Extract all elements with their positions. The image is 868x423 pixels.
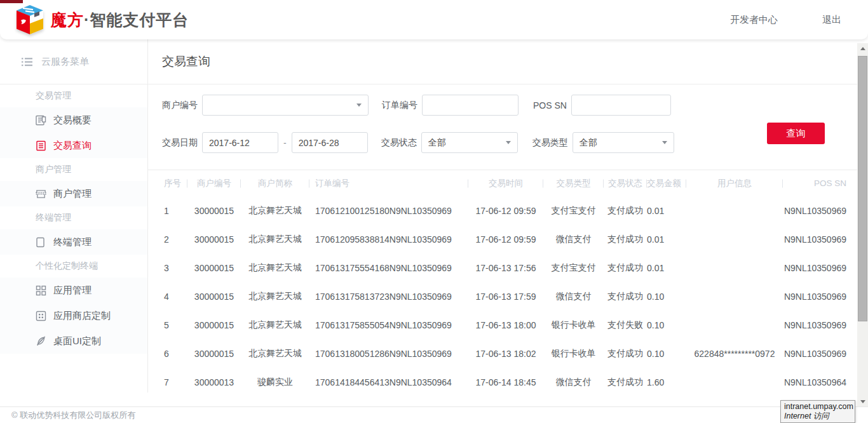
table-cell: N9NL10350964	[783, 368, 846, 396]
merchant-no-select[interactable]	[202, 95, 369, 116]
column-header: 订单编号	[309, 170, 468, 196]
table-cell: 北京舞艺天城	[241, 225, 309, 253]
sidebar-item-doc-list[interactable]: 交易查询	[0, 133, 147, 158]
sidebar-item-terminal[interactable]: 终端管理	[0, 229, 147, 255]
table-cell	[686, 225, 783, 253]
table-cell: 0.01	[647, 196, 686, 225]
column-header: 交易金额	[647, 170, 686, 196]
sidebar-item-label: 商户管理	[53, 188, 92, 200]
table-cell: 支付成功	[604, 368, 647, 396]
column-header: POS SN	[783, 170, 846, 196]
sidebar-groups: 交易管理交易概要交易查询商户管理商户管理终端管理终端管理个性化定制终端应用管理应…	[0, 84, 147, 354]
table-header-row: 序号商户编号商户简称订单编号交易时间交易类型交易状态交易金额用户信息POS SN	[158, 170, 846, 196]
logout-link[interactable]: 退出	[822, 14, 841, 26]
table-cell: 支付成功	[604, 196, 647, 225]
table-cell: 30000013	[187, 368, 241, 396]
order-no-input[interactable]	[422, 95, 519, 116]
table-cell: 6	[158, 339, 187, 368]
table-cell	[686, 282, 783, 311]
menu-list-icon	[22, 57, 32, 67]
scroll-down-arrow-icon[interactable]	[857, 396, 868, 406]
table-cell: 17-06-13 18:00	[468, 311, 543, 339]
table-row: 430000015北京舞艺天城170613175813723N9NL103509…	[158, 282, 846, 311]
table-cell: 1	[158, 196, 187, 225]
date-to-input[interactable]	[292, 132, 368, 153]
table-cell: 2	[158, 225, 187, 253]
date-range-separator: -	[283, 138, 287, 148]
doc-list-icon	[36, 140, 46, 151]
table-row: 130000015北京舞艺天城170612100125180N9NL103509…	[158, 196, 846, 225]
table-cell: 30000015	[187, 225, 241, 253]
column-header: 序号	[158, 170, 187, 196]
table-cell: 北京舞艺天城	[241, 311, 309, 339]
scrollbar-thumb[interactable]	[858, 56, 867, 321]
table-cell: 170612100125180N9NL10350969	[309, 196, 468, 225]
table-cell: N9NL10350969	[783, 253, 846, 282]
table-cell: 30000015	[187, 253, 241, 282]
feather-icon	[36, 336, 46, 347]
status-zone: Internet 访问	[784, 412, 851, 421]
developer-center-link[interactable]: 开发者中心	[730, 14, 778, 26]
table-cell: 17-06-13 17:56	[468, 253, 543, 282]
table-cell: 30000015	[187, 311, 241, 339]
page-title-row: 交易查询	[148, 39, 857, 84]
sidebar-item-storefront[interactable]: 商户管理	[0, 181, 147, 206]
app-title-secondary: ·智能支付平台	[84, 11, 189, 29]
table-cell: 微信支付	[543, 282, 604, 311]
trade-status-select[interactable]	[421, 132, 518, 153]
date-from-input[interactable]	[202, 132, 278, 153]
search-button[interactable]: 查询	[767, 123, 825, 144]
sidebar-item-feather[interactable]: 桌面UI定制	[0, 328, 147, 354]
table-cell: 微信支付	[543, 225, 604, 253]
trade-type-select-value[interactable]	[573, 132, 674, 153]
filter-row-1: 商户编号 订单编号 POS SN	[162, 95, 857, 116]
pos-sn-input[interactable]	[571, 95, 671, 116]
table-cell: 北京舞艺天城	[241, 282, 309, 311]
sidebar-item-grid[interactable]: 应用管理	[0, 278, 147, 303]
trade-status-select-value[interactable]	[421, 132, 518, 153]
table-cell: 170613180051286N9NL10350969	[309, 339, 468, 368]
trade-type-select[interactable]	[573, 132, 674, 153]
table-cell: 5	[158, 311, 187, 339]
logo: 魔方·智能支付平台	[15, 4, 189, 35]
table-cell: 支付成功	[604, 253, 647, 282]
app-title-primary: 魔方	[51, 11, 84, 29]
table-row: 530000015北京舞艺天城170613175855054N9NL103509…	[158, 311, 846, 339]
table-cell: 3	[158, 253, 187, 282]
trade-date-label: 交易日期	[162, 137, 198, 149]
cube-logo-icon	[15, 4, 44, 35]
scroll-up-arrow-icon[interactable]	[857, 43, 868, 53]
order-no-label: 订单编号	[382, 100, 417, 111]
table-cell: 622848*********0972	[686, 339, 783, 368]
page-title: 交易查询	[162, 53, 210, 70]
copyright-text: © 联动优势科技有限公司版权所有	[11, 410, 135, 421]
table-cell: N9NL10350969	[783, 196, 846, 225]
sidebar-item-doc-overview[interactable]: 交易概要	[0, 107, 147, 133]
table-cell: 微信支付	[543, 368, 604, 396]
sidebar-item-label: 交易查询	[53, 140, 92, 152]
column-header: 商户编号	[187, 170, 241, 196]
table-cell: 北京舞艺天城	[241, 339, 309, 368]
table-cell: 170613175554168N9NL10350969	[309, 253, 468, 282]
table-cell: 17-06-13 17:59	[468, 282, 543, 311]
table-cell: 北京舞艺天城	[241, 196, 309, 225]
status-url: intranet.umpay.com	[784, 402, 851, 412]
main-content: 交易查询 商户编号 订单编号 POS SN 交易日期 - 交易状态 交易类型	[148, 39, 857, 406]
top-left-red-strip	[0, 0, 23, 3]
transactions-table: 序号商户编号商户简称订单编号交易时间交易类型交易状态交易金额用户信息POS SN…	[158, 170, 846, 396]
sidebar-section-label: 个性化定制终端	[0, 255, 147, 278]
table-cell: 银行卡收单	[543, 339, 604, 368]
merchant-no-label: 商户编号	[162, 100, 198, 111]
filter-panel: 商户编号 订单编号 POS SN 交易日期 - 交易状态 交易类型	[148, 84, 857, 153]
sidebar-menu-title: 云服务菜单	[41, 56, 89, 68]
sidebar-item-app-store[interactable]: 应用商店定制	[0, 303, 147, 328]
column-header: 商户简称	[241, 170, 309, 196]
doc-overview-icon	[36, 115, 46, 126]
table-body: 130000015北京舞艺天城170612100125180N9NL103509…	[158, 196, 846, 396]
merchant-no-select-value[interactable]	[202, 95, 369, 116]
sidebar-item-label: 桌面UI定制	[53, 335, 101, 347]
table-cell: 17-06-13 18:02	[468, 339, 543, 368]
vertical-scrollbar[interactable]	[857, 43, 868, 406]
table-cell: 支付成功	[604, 282, 647, 311]
table-cell: 银行卡收单	[543, 311, 604, 339]
